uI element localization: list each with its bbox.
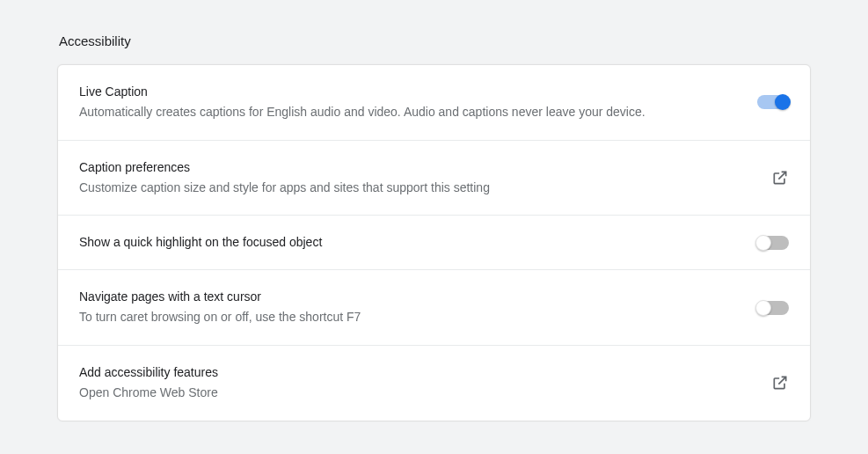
row-caption-preferences[interactable]: Caption preferences Customize caption si… bbox=[58, 140, 810, 216]
live-caption-label: Live Caption bbox=[79, 83, 740, 101]
settings-card: Live Caption Automatically creates capti… bbox=[57, 64, 811, 421]
add-features-label: Add accessibility features bbox=[79, 363, 754, 382]
row-texts: Live Caption Automatically creates capti… bbox=[79, 83, 757, 122]
row-control bbox=[757, 95, 789, 109]
quick-highlight-label: Show a quick highlight on the focused ob… bbox=[79, 233, 740, 252]
row-control bbox=[757, 236, 789, 250]
row-texts: Caption preferences Customize caption si… bbox=[79, 158, 771, 198]
caret-browsing-label: Navigate pages with a text cursor bbox=[79, 288, 740, 306]
row-live-caption: Live Caption Automatically creates capti… bbox=[58, 65, 810, 140]
row-add-features[interactable]: Add accessibility features Open Chrome W… bbox=[58, 345, 810, 421]
add-features-desc: Open Chrome Web Store bbox=[79, 384, 754, 403]
external-link-icon bbox=[771, 374, 789, 392]
section-title: Accessibility bbox=[59, 33, 811, 48]
quick-highlight-toggle[interactable] bbox=[757, 236, 789, 250]
row-caret-browsing: Navigate pages with a text cursor To tur… bbox=[58, 269, 810, 345]
caption-prefs-label: Caption preferences bbox=[79, 158, 754, 177]
live-caption-desc: Automatically creates captions for Engli… bbox=[79, 103, 740, 122]
caption-prefs-desc: Customize caption size and style for app… bbox=[79, 179, 754, 198]
row-control bbox=[757, 301, 789, 315]
row-texts: Show a quick highlight on the focused ob… bbox=[79, 233, 757, 252]
external-link-icon bbox=[771, 169, 789, 187]
live-caption-toggle[interactable] bbox=[757, 95, 789, 109]
row-texts: Add accessibility features Open Chrome W… bbox=[79, 363, 771, 403]
caret-browsing-desc: To turn caret browsing on or off, use th… bbox=[79, 308, 740, 327]
caret-browsing-toggle[interactable] bbox=[757, 301, 789, 315]
row-texts: Navigate pages with a text cursor To tur… bbox=[79, 288, 757, 327]
row-quick-highlight: Show a quick highlight on the focused ob… bbox=[58, 215, 810, 269]
